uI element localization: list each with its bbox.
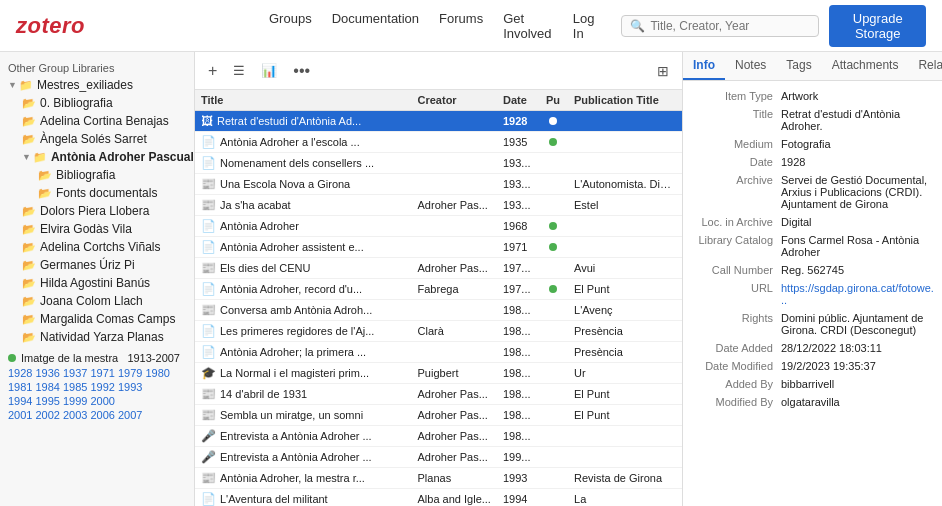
- sidebar-item-fonts[interactable]: 📂 Fonts documentals: [0, 184, 194, 202]
- nav-login[interactable]: Log In: [573, 11, 598, 41]
- cell-date: 199...: [497, 447, 538, 468]
- sidebar-item-adelina[interactable]: 📂 Adelina Cortina Benajas: [0, 112, 194, 130]
- table-row[interactable]: 📰Antònia Adroher, la mestra r...Planas19…: [195, 468, 682, 489]
- table-row[interactable]: 🖼Retrat d'estudi d'Antònia Ad...1928: [195, 111, 682, 132]
- folder-icon: 📂: [22, 115, 36, 128]
- sidebar-item-adelina2[interactable]: 📂 Adelina Cortchs Viñals: [0, 238, 194, 256]
- nav-forums[interactable]: Forums: [439, 11, 483, 41]
- grid-view-button[interactable]: ⊞: [652, 60, 674, 82]
- tab-info[interactable]: Info: [683, 52, 725, 80]
- table-row[interactable]: 📄Antònia Adroher, record d'u...Fabrega19…: [195, 279, 682, 300]
- cell-date: 1993: [497, 468, 538, 489]
- table-row[interactable]: 📄L'Aventura del militantAlba and Igle...…: [195, 489, 682, 507]
- sidebar-item-angela[interactable]: 📂 Àngela Solés Sarret: [0, 130, 194, 148]
- col-header-pubtitle[interactable]: Publication Title: [568, 90, 682, 111]
- pub-dot-icon: [549, 243, 557, 251]
- table-header-row: Title Creator Date Pu Publication Title: [195, 90, 682, 111]
- table-row[interactable]: 🎤Entrevista a Antònia Adroher ...Adroher…: [195, 426, 682, 447]
- col-header-creator[interactable]: Creator: [412, 90, 497, 111]
- upgrade-storage-button[interactable]: Upgrade Storage: [829, 5, 926, 47]
- folder-icon: 📂: [38, 169, 52, 182]
- tab-attachments[interactable]: Attachments: [822, 52, 909, 80]
- col-header-date[interactable]: Date: [497, 90, 538, 111]
- cell-pub-status: [538, 426, 568, 447]
- year-1985[interactable]: 1985: [63, 381, 87, 393]
- info-value[interactable]: https://sgdap.girona.cat/fotowe...: [781, 282, 934, 306]
- table-row[interactable]: 📰Una Escola Nova a Girona193...L'Autonom…: [195, 174, 682, 195]
- cell-creator: [412, 132, 497, 153]
- year-2003[interactable]: 2003: [63, 409, 87, 421]
- table-row[interactable]: 🎤Entrevista a Antònia Adroher ...Adroher…: [195, 447, 682, 468]
- sidebar-item-dolors[interactable]: 📂 Dolors Piera Llobera: [0, 202, 194, 220]
- sidebar-item-hilda[interactable]: 📂 Hilda Agostini Banús: [0, 274, 194, 292]
- year-1981[interactable]: 1981: [8, 381, 32, 393]
- year-1936[interactable]: 1936: [35, 367, 59, 379]
- sidebar-label: Joana Colom Llach: [40, 294, 143, 308]
- tab-notes[interactable]: Notes: [725, 52, 776, 80]
- tab-related[interactable]: Related: [908, 52, 942, 80]
- table-row[interactable]: 📰Sembla un miratge, un somniAdroher Pas.…: [195, 405, 682, 426]
- sidebar-item-margalida[interactable]: 📂 Margalida Comas Camps: [0, 310, 194, 328]
- info-value: Domini públic. Ajuntament de Girona. CRD…: [781, 312, 934, 336]
- table-row[interactable]: 📄Antònia Adroher; la primera ...198...Pr…: [195, 342, 682, 363]
- row-type-icon: 📰: [201, 387, 216, 401]
- table-row[interactable]: 🎓La Normal i el magisteri prim...Puigber…: [195, 363, 682, 384]
- year-2001[interactable]: 2001: [8, 409, 32, 421]
- year-1984[interactable]: 1984: [35, 381, 59, 393]
- year-1928[interactable]: 1928: [8, 367, 32, 379]
- tab-tags[interactable]: Tags: [776, 52, 821, 80]
- info-value: Servei de Gestió Documental, Arxius i Pu…: [781, 174, 934, 210]
- sidebar-item-natividad[interactable]: 📂 Natividad Yarza Planas: [0, 328, 194, 346]
- info-value: Retrat d'estudi d'Antònia Adroher.: [781, 108, 934, 132]
- sidebar-item-germanes[interactable]: 📂 Germanes Úriz Pi: [0, 256, 194, 274]
- nav-get-involved[interactable]: Get Involved: [503, 11, 553, 41]
- year-2002[interactable]: 2002: [35, 409, 59, 421]
- sidebar-item-joana[interactable]: 📂 Joana Colom Llach: [0, 292, 194, 310]
- table-row[interactable]: 📄Antònia Adroher assistent e...1971: [195, 237, 682, 258]
- table-row[interactable]: 📰Ja s'ha acabatAdroher Pas...193...Estel: [195, 195, 682, 216]
- col-header-pub[interactable]: Pu: [538, 90, 568, 111]
- sidebar-item-antonia[interactable]: ▼ 📁 Antònia Adroher Pascual: [0, 148, 194, 166]
- sidebar-item-bibliografia[interactable]: 📂 0. Bibliografia: [0, 94, 194, 112]
- table-row[interactable]: 📄Nomenament dels consellers ...193...: [195, 153, 682, 174]
- year-1994[interactable]: 1994: [8, 395, 32, 407]
- col-header-title[interactable]: Title: [195, 90, 412, 111]
- year-2007[interactable]: 2007: [118, 409, 142, 421]
- cell-creator: Clarà: [412, 321, 497, 342]
- table-row[interactable]: 📄Antònia Adroher1968: [195, 216, 682, 237]
- year-2000[interactable]: 2000: [90, 395, 114, 407]
- more-button[interactable]: •••: [288, 59, 315, 83]
- sidebar-item-imatge[interactable]: Imatge de la mestra 1913-2007: [0, 350, 194, 366]
- sidebar-item-elvira[interactable]: 📂 Elvira Godàs Vila: [0, 220, 194, 238]
- cell-creator: [412, 300, 497, 321]
- year-1937[interactable]: 1937: [63, 367, 87, 379]
- cell-date: 1968: [497, 216, 538, 237]
- table-row[interactable]: 📰14 d'abril de 1931Adroher Pas...198...E…: [195, 384, 682, 405]
- add-button[interactable]: +: [203, 59, 222, 83]
- year-1980[interactable]: 1980: [145, 367, 169, 379]
- sidebar-item-biblio2[interactable]: 📂 Bibliografia: [0, 166, 194, 184]
- cell-title: 📰Antònia Adroher, la mestra r...: [195, 468, 412, 489]
- list-button[interactable]: ☰: [228, 60, 250, 81]
- year-1979[interactable]: 1979: [118, 367, 142, 379]
- year-1993[interactable]: 1993: [118, 381, 142, 393]
- status-dot: [8, 354, 16, 362]
- table-row[interactable]: 📰Conversa amb Antònia Adroh...198...L'Av…: [195, 300, 682, 321]
- nav-documentation[interactable]: Documentation: [332, 11, 419, 41]
- year-1999[interactable]: 1999: [63, 395, 87, 407]
- sidebar-item-mestres[interactable]: ▼ 📁 Mestres_exiliades: [0, 76, 194, 94]
- info-label: URL: [691, 282, 781, 306]
- folder-icon: 📂: [22, 313, 36, 326]
- table-row[interactable]: 📰Els dies del CENUAdroher Pas...197...Av…: [195, 258, 682, 279]
- cell-title: 📰Els dies del CENU: [195, 258, 412, 279]
- table-row[interactable]: 📄Antònia Adroher a l'escola ...1935: [195, 132, 682, 153]
- year-1995[interactable]: 1995: [35, 395, 59, 407]
- info-value: 1928: [781, 156, 934, 168]
- nav-groups[interactable]: Groups: [269, 11, 312, 41]
- table-row[interactable]: 📄Les primeres regidores de l'Aj...Clarà1…: [195, 321, 682, 342]
- chart-button[interactable]: 📊: [256, 60, 282, 81]
- year-1971[interactable]: 1971: [90, 367, 114, 379]
- year-2006[interactable]: 2006: [90, 409, 114, 421]
- year-1992[interactable]: 1992: [90, 381, 114, 393]
- search-input[interactable]: [650, 19, 810, 33]
